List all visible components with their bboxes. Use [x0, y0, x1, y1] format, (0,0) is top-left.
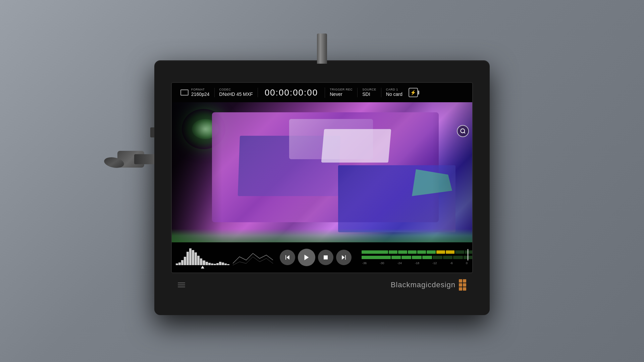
monitor-bottom-bar: Blackmagicdesign	[171, 277, 473, 293]
meter-indicator-ch2	[468, 254, 468, 260]
zoom-button[interactable]	[457, 125, 469, 137]
meter-labels: -36 -30 -24 -18 -12 -6 0	[362, 261, 468, 265]
hist-bar	[200, 258, 202, 265]
hud-trigger-rec-section[interactable]: TRIGGER REC Never	[325, 88, 358, 98]
svg-marker-4	[305, 255, 309, 260]
side-button[interactable]	[150, 127, 154, 137]
logo-dot	[463, 283, 466, 287]
meter-label: 0	[466, 261, 468, 265]
screen-area: FORMAT 2160p24 CODEC DNxHD 45 MXF 00:00:…	[171, 82, 473, 273]
meter-seg-dark	[464, 256, 473, 259]
monitor-chassis: FORMAT 2160p24 CODEC DNxHD 45 MXF 00:00:…	[154, 60, 490, 315]
histogram-display	[176, 247, 229, 268]
hist-bar	[176, 263, 178, 265]
hist-bar	[192, 250, 194, 265]
hud-bar: FORMAT 2160p24 CODEC DNxHD 45 MXF 00:00:…	[172, 83, 472, 102]
histogram-marker	[201, 266, 204, 268]
meter-label: -18	[415, 261, 419, 265]
trigger-rec-value: Never	[330, 91, 342, 97]
source-value: SDI	[362, 91, 370, 97]
meter-label: -6	[450, 261, 453, 265]
svg-rect-7	[345, 255, 346, 259]
video-feed	[172, 102, 472, 242]
audio-meter-ch1	[362, 250, 468, 254]
card-value: No card	[386, 91, 402, 97]
format-label: FORMAT	[191, 88, 210, 92]
svg-rect-5	[324, 255, 328, 259]
skip-to-start-button[interactable]	[280, 250, 295, 265]
hist-bar	[219, 262, 221, 265]
meter-seg-green	[398, 250, 407, 254]
hist-bar	[227, 264, 229, 265]
port-connector	[134, 154, 154, 164]
codec-value: DNxHD 45 MXF	[219, 91, 253, 97]
shadow-left	[172, 102, 222, 242]
hist-bar	[214, 264, 216, 265]
meter-seg-green	[391, 256, 401, 259]
hist-bar	[178, 262, 181, 265]
hud-source-section[interactable]: SOURCE SDI	[358, 88, 381, 98]
meter-label: -12	[432, 261, 437, 265]
hist-bar	[189, 248, 192, 265]
ham-line-2	[178, 285, 185, 285]
skip-forward-icon	[340, 254, 347, 261]
hist-bar	[216, 263, 219, 265]
waveform-display	[233, 247, 273, 268]
meter-seg-green	[417, 250, 426, 254]
stop-button[interactable]	[318, 250, 333, 265]
histogram-bars	[176, 247, 229, 265]
hist-bar	[186, 252, 189, 265]
skip-forward-button[interactable]	[336, 250, 352, 265]
meter-label: -24	[397, 261, 402, 265]
meter-seg-green	[362, 250, 388, 254]
battery-indicator: ⚡	[409, 88, 418, 97]
hist-bar	[211, 263, 213, 265]
hist-bar	[203, 260, 205, 265]
brand-area: Blackmagicdesign	[391, 279, 466, 291]
battery-icon: ⚡	[410, 90, 416, 95]
meter-label: -36	[362, 261, 367, 265]
play-icon	[303, 254, 310, 261]
audio-meter-ch2	[362, 255, 468, 259]
hud-card-section[interactable]: CARD 1 No card ⚡	[381, 88, 423, 98]
hist-bar	[197, 256, 200, 265]
meter-seg-green	[401, 256, 411, 259]
format-value: 2160p24	[191, 91, 210, 97]
meter-seg-dark	[455, 250, 464, 254]
green-bottom-strip	[172, 229, 472, 242]
zoom-icon	[460, 128, 466, 134]
meter-seg-green	[389, 250, 397, 254]
camera-highlight-white	[321, 129, 391, 163]
hist-bar	[181, 260, 183, 265]
skip-back-icon	[284, 254, 291, 261]
meter-seg-dark	[453, 256, 463, 259]
meter-seg-green	[427, 250, 435, 254]
hud-format-section[interactable]: FORMAT 2160p24	[176, 88, 215, 98]
hud-codec-section[interactable]: CODEC DNxHD 45 MXF	[215, 88, 258, 98]
ham-line-1	[178, 283, 185, 283]
menu-button[interactable]	[178, 283, 185, 287]
meter-seg-dark	[465, 250, 473, 254]
shadow-right	[432, 102, 472, 242]
codec-label: CODEC	[219, 88, 231, 92]
logo-dot	[463, 279, 466, 283]
hist-bar	[206, 262, 208, 265]
meter-seg-dark	[433, 256, 442, 259]
logo-dot	[463, 287, 466, 291]
hist-bar	[195, 252, 197, 265]
brand-logo	[459, 279, 466, 291]
ham-line-3	[178, 287, 185, 287]
timecode-display: 00:00:00:00	[258, 87, 325, 98]
meter-seg-yellow	[446, 250, 454, 254]
hist-bar	[208, 263, 211, 265]
logo-dot	[459, 283, 462, 287]
svg-line-1	[464, 132, 465, 133]
waveform-svg	[233, 247, 273, 268]
meter-label: -30	[380, 261, 384, 265]
format-icon	[180, 89, 189, 96]
stop-icon	[323, 254, 329, 260]
meter-seg-dark	[443, 256, 453, 259]
play-button[interactable]	[298, 249, 315, 266]
audio-meters: -36 -30 -24 -18 -12 -6 0	[362, 250, 468, 265]
hist-bar	[224, 263, 227, 265]
